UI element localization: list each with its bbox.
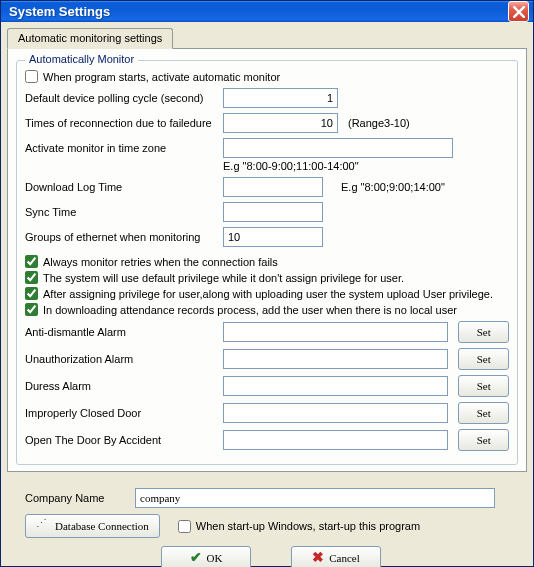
checkbox-startup-windows[interactable] bbox=[178, 520, 191, 533]
input-company-name[interactable] bbox=[135, 488, 495, 508]
label-unauthorization: Unauthorization Alarm bbox=[25, 353, 223, 365]
checkbox-default-privilege[interactable] bbox=[25, 271, 38, 284]
bottom-panel: Company Name Database Connection When st… bbox=[7, 472, 527, 567]
input-reconnect-times[interactable] bbox=[223, 113, 338, 133]
input-download-log-time[interactable] bbox=[223, 177, 323, 197]
label-timezone: Activate monitor in time zone bbox=[25, 142, 223, 154]
hint-timezone: E.g "8:00-9:00;11:00-14:00" bbox=[223, 160, 509, 172]
label-duress: Duress Alarm bbox=[25, 380, 223, 392]
database-connection-button[interactable]: Database Connection bbox=[25, 514, 160, 538]
checkbox-activate-on-start[interactable] bbox=[25, 70, 38, 83]
close-icon bbox=[513, 6, 525, 18]
titlebar: System Settings bbox=[1, 1, 533, 22]
input-open-by-accident[interactable] bbox=[223, 430, 448, 450]
set-duress-button[interactable]: Set bbox=[458, 375, 509, 397]
input-improperly-closed[interactable] bbox=[223, 403, 448, 423]
checkbox-upload-privilege[interactable] bbox=[25, 287, 38, 300]
ok-label: OK bbox=[207, 552, 223, 564]
system-settings-window: System Settings Automatic monitoring set… bbox=[0, 0, 534, 567]
set-unauthorization-button[interactable]: Set bbox=[458, 348, 509, 370]
x-icon: ✖ bbox=[312, 551, 324, 565]
label-reconnect-times: Times of reconnection due to failedure bbox=[25, 117, 223, 129]
input-timezone[interactable] bbox=[223, 138, 453, 158]
database-connection-label: Database Connection bbox=[55, 520, 149, 532]
label-polling-cycle: Default device polling cycle (second) bbox=[25, 92, 223, 104]
hint-reconnect-range: (Range3-10) bbox=[348, 117, 410, 129]
label-sync-time: Sync Time bbox=[25, 206, 223, 218]
tab-panel: Automatically Monitor When program start… bbox=[7, 48, 527, 472]
checkbox-upload-privilege-label: After assigning privilege for user,along… bbox=[43, 288, 493, 300]
ok-button[interactable]: ✔ OK bbox=[161, 546, 251, 567]
checkbox-activate-on-start-label: When program starts, activate automatic … bbox=[43, 71, 280, 83]
checkbox-retry-on-fail-label: Always monitor retries when the connecti… bbox=[43, 256, 278, 268]
tab-automatic-monitoring[interactable]: Automatic monitoring settings bbox=[7, 28, 173, 49]
set-open-by-accident-button[interactable]: Set bbox=[458, 429, 509, 451]
tabstrip: Automatic monitoring settings bbox=[7, 28, 527, 49]
set-anti-dismantle-button[interactable]: Set bbox=[458, 321, 509, 343]
input-duress[interactable] bbox=[223, 376, 448, 396]
label-company-name: Company Name bbox=[25, 492, 135, 504]
group-title: Automatically Monitor bbox=[25, 53, 138, 65]
label-open-by-accident: Open The Door By Accident bbox=[25, 434, 223, 446]
checkbox-default-privilege-label: The system will use default privilege wh… bbox=[43, 272, 404, 284]
input-sync-time[interactable] bbox=[223, 202, 323, 222]
checkbox-startup-windows-label: When start-up Windows, start-up this pro… bbox=[196, 520, 420, 532]
cancel-button[interactable]: ✖ Cancel bbox=[291, 546, 381, 567]
checkbox-retry-on-fail[interactable] bbox=[25, 255, 38, 268]
label-download-log-time: Download Log Time bbox=[25, 181, 223, 193]
label-improperly-closed: Improperly Closed Door bbox=[25, 407, 223, 419]
checkbox-add-user-on-download[interactable] bbox=[25, 303, 38, 316]
client-area: Automatic monitoring settings Automatica… bbox=[1, 22, 533, 567]
cancel-label: Cancel bbox=[329, 552, 360, 564]
group-auto-monitor: Automatically Monitor When program start… bbox=[16, 60, 518, 465]
label-ethernet-groups: Groups of ethernet when monitoring bbox=[25, 231, 223, 243]
hint-download-log-time: E.g "8:00;9:00;14:00" bbox=[341, 181, 445, 193]
label-anti-dismantle: Anti-dismantle Alarm bbox=[25, 326, 223, 338]
input-ethernet-groups[interactable] bbox=[223, 227, 323, 247]
input-unauthorization[interactable] bbox=[223, 349, 448, 369]
close-button[interactable] bbox=[508, 1, 529, 22]
input-polling-cycle[interactable] bbox=[223, 88, 338, 108]
checkbox-add-user-on-download-label: In downloading attendance records proces… bbox=[43, 304, 457, 316]
check-icon: ✔ bbox=[190, 551, 202, 565]
window-title: System Settings bbox=[9, 4, 508, 19]
database-icon bbox=[36, 520, 50, 532]
set-improperly-closed-button[interactable]: Set bbox=[458, 402, 509, 424]
input-anti-dismantle[interactable] bbox=[223, 322, 448, 342]
